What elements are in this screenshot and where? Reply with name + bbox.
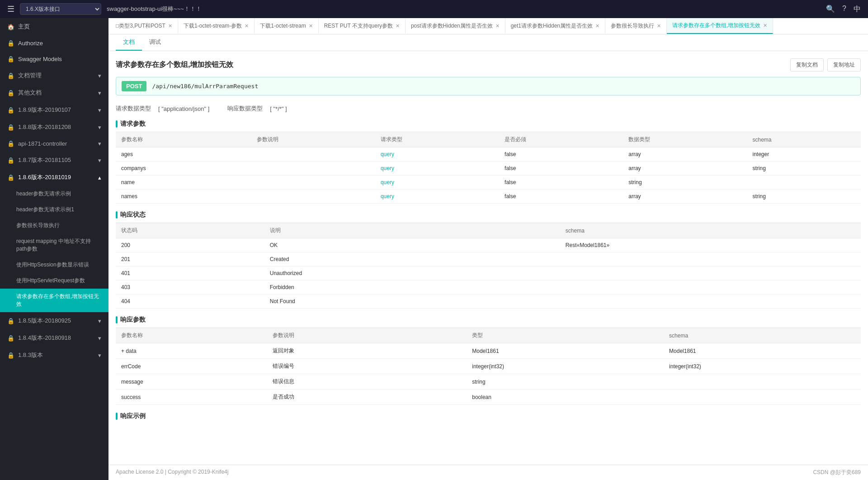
sidebar-item-authorize[interactable]: 🔒 Authorize — [0, 35, 108, 51]
lock-icon-2: 🔒 — [7, 107, 14, 114]
tab-rest-put[interactable]: REST PUT 不支持query参数 ✕ — [319, 19, 406, 33]
request-params-table: 参数名称 参数说明 请求类型 是否必须 数据类型 schema ages que… — [116, 132, 861, 204]
tab-label: post请求参数Hidden属性是否生效 — [411, 22, 493, 30]
hamburger-icon[interactable]: ☰ — [7, 4, 14, 14]
tab-multi-array[interactable]: 请求参数存在多个数组,增加按钮无效 ✕ — [667, 18, 773, 34]
table-row: ages query false array integer — [116, 147, 861, 162]
topbar: ☰ 1.6.X版本接口 swagger-bootstrap-ui很棒~~~！！！… — [0, 0, 868, 18]
sidebar-sub-httpservlet[interactable]: 使用HttpServletRequest参数 — [0, 273, 108, 289]
sub-tabs: 文档 调试 — [108, 34, 868, 51]
response-status-table: 状态码 说明 schema 200 OK Rest«Model1861» 201… — [116, 223, 861, 309]
sidebar-version-184[interactable]: 🔒 1.8.4版本-20180918 ▾ — [0, 329, 108, 347]
close-icon[interactable]: ✕ — [495, 23, 500, 29]
sidebar-api-1871[interactable]: 🔒 api-1871-controller ▾ — [0, 136, 108, 152]
sidebar-sub-long-params[interactable]: 参数很长导致执行 — [0, 218, 108, 233]
sidebar-version-186[interactable]: 🔒 1.8.6版本-20181019 ▴ — [0, 169, 108, 186]
lock-icon-5: 🔒 — [7, 157, 14, 164]
param-desc — [251, 176, 375, 190]
tab-download1[interactable]: 下载1-octet-stream-参数 ✕ — [178, 19, 255, 33]
close-icon[interactable]: ✕ — [763, 23, 767, 29]
close-icon[interactable]: ✕ — [168, 23, 172, 29]
resp-empty — [417, 390, 467, 405]
tab-label: get1请求参数Hidden属性是否生效 — [511, 22, 593, 30]
topbar-title: swagger-bootstrap-ui很棒~~~！！！ — [107, 5, 202, 13]
request-params-title: 请求参数 — [116, 120, 861, 128]
response-example-title: 响应示例 — [116, 412, 861, 420]
close-icon[interactable]: ✕ — [595, 23, 599, 29]
chevron-right-icon-7: ▾ — [98, 352, 101, 359]
sidebar-sub-request-mapping[interactable]: request mapping 中地址不支持path参数 — [0, 233, 108, 257]
table-row: message 错误信息 string — [116, 374, 861, 390]
lock-icon-7: 🔒 — [7, 318, 14, 324]
sidebar-sub-header-params[interactable]: header参数无请求示例 — [0, 186, 108, 202]
param-data-type: string — [623, 176, 747, 190]
tab-label: 下载1-octet-stream — [260, 22, 306, 30]
sub-tab-debug[interactable]: 调试 — [142, 34, 168, 51]
api-content: 请求参数存在多个数组,增加按钮无效 复制文档 复制地址 POST /api/ne… — [108, 51, 868, 435]
tab-get1-hidden[interactable]: get1请求参数Hidden属性是否生效 ✕ — [505, 19, 605, 33]
sidebar-version-189[interactable]: 🔒 1.8.9版本-20190107 ▾ — [0, 101, 108, 119]
lang-icon[interactable]: 中 — [854, 5, 861, 14]
sidebar-version-188[interactable]: 🔒 1.8.8版本-20181208 ▾ — [0, 119, 108, 136]
sidebar-sub-multi-array[interactable]: 请求参数存在多个数组,增加按钮无效 — [0, 289, 108, 312]
sidebar-item-doc-mgmt[interactable]: 🔒 文档管理 ▾ — [0, 67, 108, 84]
chevron-right-icon-2: ▾ — [98, 124, 101, 131]
sidebar-item-swagger-models[interactable]: 🔒 Swagger Models — [0, 51, 108, 67]
content-area: □类型3,PUT和POST ✕ 下载1-octet-stream-参数 ✕ 下载… — [108, 18, 868, 480]
version-select[interactable]: 1.6.X版本接口 — [20, 3, 101, 15]
table-row: companys query false array string — [116, 162, 861, 176]
sidebar-sub-httpsession[interactable]: 使用HttpSession参数显示错误 — [0, 257, 108, 273]
status-code: 401 — [116, 266, 264, 280]
resp-name: success — [116, 390, 267, 405]
section-bar-3 — [116, 316, 118, 323]
sidebar-version-187-label: 1.8.7版本-20181105 — [18, 156, 71, 164]
table-row: 201 Created — [116, 252, 861, 266]
param-schema — [747, 176, 861, 190]
tab-label: □类型3,PUT和POST — [116, 22, 165, 30]
sidebar-api-1871-label: api-1871-controller — [18, 140, 67, 147]
copy-addr-button[interactable]: 复制地址 — [827, 58, 861, 71]
sidebar-version-187[interactable]: 🔒 1.8.7版本-20181105 ▾ — [0, 152, 108, 169]
status-code: 404 — [116, 295, 264, 309]
sidebar-version-183[interactable]: 🔒 1.8.3版本 ▾ — [0, 347, 108, 364]
table-row: names query false array string — [116, 190, 861, 204]
resp-schema: Model1861 — [664, 343, 861, 359]
close-icon[interactable]: ✕ — [396, 23, 400, 29]
sidebar-swagger-label: Swagger Models — [18, 56, 62, 62]
sidebar-sub-header-params1[interactable]: header参数无请求示例1 — [0, 202, 108, 218]
copy-doc-button[interactable]: 复制文档 — [790, 58, 824, 71]
th-param-required: 是否必须 — [499, 132, 623, 147]
param-required: false — [499, 147, 623, 162]
search-icon[interactable]: 🔍 — [826, 5, 835, 14]
tab-long-params[interactable]: 参数很长导致执行 ✕ — [605, 19, 667, 33]
table-row: 404 Not Found — [116, 295, 861, 309]
tabs-bar: □类型3,PUT和POST ✕ 下载1-octet-stream-参数 ✕ 下载… — [108, 18, 868, 34]
resp-type: boolean — [467, 390, 664, 405]
resp-desc: 错误编号 — [267, 359, 417, 374]
tab-type3[interactable]: □类型3,PUT和POST ✕ — [110, 19, 178, 33]
sidebar-item-home[interactable]: 🏠 主页 — [0, 18, 108, 35]
close-icon[interactable]: ✕ — [657, 23, 661, 29]
help-icon[interactable]: ? — [842, 5, 846, 14]
param-schema: string — [747, 162, 861, 176]
response-data-type-value: [ "*/*" ] — [270, 105, 287, 112]
main-layout: 🏠 主页 🔒 Authorize 🔒 Swagger Models 🔒 文档管理… — [0, 18, 868, 480]
th-status-code: 状态码 — [116, 223, 264, 238]
th-resp-name: 参数名称 — [116, 328, 267, 343]
sidebar-item-other-docs[interactable]: 🔒 其他文档 ▾ — [0, 84, 108, 101]
sidebar-other-docs-label: 其他文档 — [18, 89, 42, 97]
close-icon[interactable]: ✕ — [309, 23, 313, 29]
th-resp-desc: 参数说明 — [267, 328, 417, 343]
th-param-schema: schema — [747, 132, 861, 147]
tab-download2[interactable]: 下载1-octet-stream ✕ — [255, 19, 318, 33]
close-icon[interactable]: ✕ — [245, 23, 249, 29]
resp-type: Model1861 — [467, 343, 664, 359]
resp-desc: 错误信息 — [267, 374, 417, 390]
method-url: /api/new186/mulArrParamRequest — [152, 83, 258, 90]
sub-tab-doc[interactable]: 文档 — [116, 34, 142, 51]
chevron-down-icon: ▾ — [98, 72, 101, 79]
response-status-title: 响应状态 — [116, 211, 861, 219]
sidebar-version-185[interactable]: 🔒 1.8.5版本-20180925 ▾ — [0, 312, 108, 329]
param-desc — [251, 147, 375, 162]
tab-post-hidden[interactable]: post请求参数Hidden属性是否生效 ✕ — [406, 19, 505, 33]
